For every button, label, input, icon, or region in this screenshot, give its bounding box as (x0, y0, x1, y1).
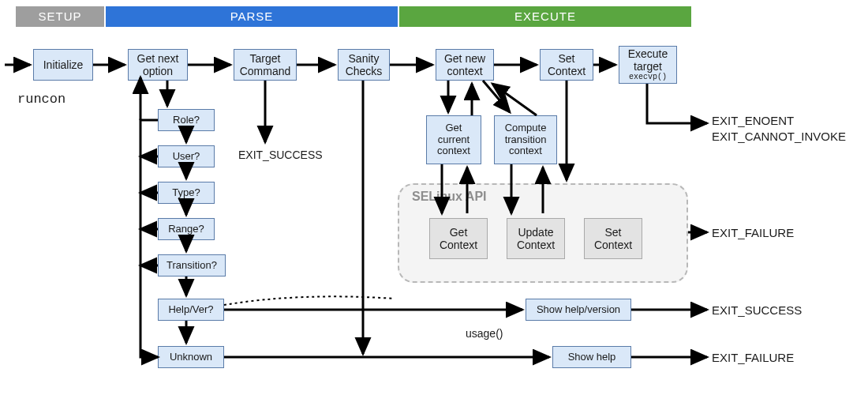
phase-parse: PARSE (106, 6, 398, 27)
api-update-context-label: UpdateContext (517, 226, 555, 251)
node-get-current-context: Getcurrentcontext (426, 115, 481, 164)
label-exit-failure-api: EXIT_FAILURE (712, 226, 794, 239)
node-compute-transition-ctx-label: Computetransitioncontext (505, 122, 547, 158)
node-get-next-option-label: Get nextoption (137, 52, 179, 77)
node-execute-target-sub: execvp() (629, 73, 667, 82)
node-unknown-label: Unknown (170, 352, 212, 363)
node-help-ver: Help/Ver? (158, 299, 224, 321)
api-get-context: GetContext (429, 218, 488, 259)
node-type-label: Type? (172, 187, 200, 199)
api-set-context-label: SetContext (594, 226, 632, 251)
api-get-context-label: GetContext (440, 226, 477, 251)
label-usage: usage() (466, 327, 503, 340)
node-show-help-label: Show help (568, 352, 616, 363)
node-target-command: TargetCommand (234, 49, 297, 81)
svg-line-28 (483, 81, 510, 112)
node-range-label: Range? (168, 224, 204, 235)
api-set-context: SetContext (584, 218, 642, 259)
node-show-help: Show help (552, 346, 631, 368)
node-get-current-context-label: Getcurrentcontext (437, 122, 470, 158)
svg-line-29 (492, 84, 537, 115)
node-type: Type? (158, 182, 215, 204)
phase-execute: EXECUTE (399, 6, 691, 27)
node-execute-target-label: Executetarget (628, 47, 668, 73)
node-show-help-version-label: Show help/version (537, 304, 620, 316)
node-role-label: Role? (173, 115, 200, 126)
node-get-new-context-label: Get newcontext (444, 52, 485, 77)
node-show-help-version: Show help/version (526, 299, 631, 321)
node-get-new-context: Get newcontext (436, 49, 494, 81)
node-set-context: SetContext (540, 49, 593, 81)
node-transition: Transition? (158, 254, 226, 276)
selinux-api-title: SELinux API (412, 190, 487, 204)
node-role: Role? (158, 109, 215, 131)
node-compute-transition-ctx: Computetransitioncontext (494, 115, 557, 164)
node-unknown: Unknown (158, 346, 224, 368)
label-exit-cannot-invoke: EXIT_CANNOT_INVOKE (712, 130, 846, 143)
label-exit-enoent: EXIT_ENOENT (712, 114, 794, 127)
node-set-context-label: SetContext (548, 52, 586, 77)
node-initialize: Initialize (33, 49, 93, 81)
node-user: User? (158, 145, 215, 167)
node-transition-label: Transition? (166, 260, 217, 272)
node-user-label: User? (173, 151, 200, 163)
runcon-label: runcon (17, 92, 65, 107)
phase-setup: SETUP (16, 6, 104, 27)
node-sanity-checks: SanityChecks (338, 49, 390, 81)
label-exit-success-help: EXIT_SUCCESS (712, 303, 802, 317)
node-range: Range? (158, 218, 215, 240)
api-update-context: UpdateContext (507, 218, 565, 259)
node-target-command-label: TargetCommand (240, 52, 291, 77)
node-help-ver-label: Help/Ver? (168, 304, 213, 316)
label-exit-success-target: EXIT_SUCCESS (238, 149, 323, 161)
label-exit-failure-unknown: EXIT_FAILURE (712, 351, 794, 364)
node-initialize-label: Initialize (43, 58, 84, 71)
node-get-next-option: Get nextoption (128, 49, 188, 81)
node-execute-target: Executetarget execvp() (619, 46, 677, 84)
node-sanity-checks-label: SanityChecks (346, 52, 383, 77)
